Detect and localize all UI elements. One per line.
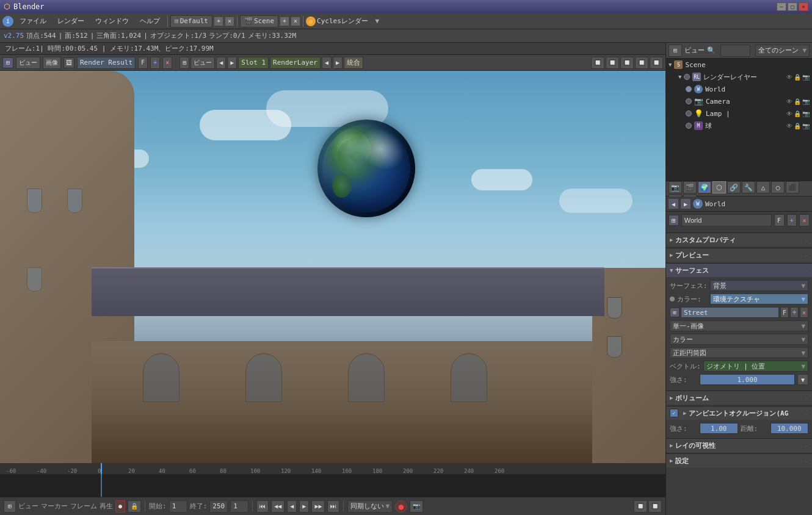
timeline-playhead[interactable] <box>101 463 102 474</box>
timeline-frame-area[interactable] <box>0 474 665 497</box>
render-tool-4[interactable]: 🔲 <box>635 57 648 69</box>
prop-mat-icon[interactable]: ○ <box>771 181 785 193</box>
scene-add-btn[interactable]: + <box>280 16 289 26</box>
surface-header[interactable]: サーフェス — <box>666 264 812 277</box>
prop-data-icon[interactable]: △ <box>756 181 770 193</box>
pb-start-field[interactable]: 1 <box>169 500 187 513</box>
pb-play-btn[interactable]: ▶ <box>299 500 309 513</box>
rl-arrow-right[interactable]: ▶ <box>333 57 343 69</box>
menu-file[interactable]: ファイル <box>15 15 51 27</box>
color-mode-dropdown[interactable]: カラー ▼ <box>670 334 808 345</box>
preview-header[interactable]: プレビュー — <box>666 248 812 262</box>
scene-remove-btn[interactable]: × <box>291 16 300 26</box>
render-tool-3[interactable]: 🔲 <box>620 57 634 69</box>
world-name-field[interactable] <box>681 214 772 226</box>
mesh-icon-1[interactable]: 👁 <box>786 123 792 129</box>
rl-arrow-left[interactable]: ◀ <box>322 57 332 69</box>
volume-header[interactable]: ボリューム — <box>666 391 812 405</box>
slot-icon[interactable]: ⊞ <box>179 57 189 69</box>
strength-arrow-btn[interactable]: ▼ <box>797 374 808 385</box>
outliner-item-mesh[interactable]: M 球 👁 🔒 📷 <box>666 120 812 132</box>
world-nav-arrows[interactable]: ◀ <box>669 199 678 209</box>
titlebar-buttons[interactable]: − □ × <box>777 2 808 11</box>
prop-world-icon[interactable]: 🌍 <box>698 181 711 193</box>
rl-icon-1[interactable]: 👁 <box>786 74 792 81</box>
pb-record-btn2[interactable]: ● <box>395 500 407 513</box>
menu-window[interactable]: ウィンドウ <box>90 15 134 27</box>
outliner-item-lamp[interactable]: 💡 Lamp | 👁 🔒 📷 <box>666 107 812 120</box>
slot-arrows2[interactable]: ▶ <box>227 57 237 69</box>
render-tool-1[interactable]: 🔲 <box>591 57 604 69</box>
lamp-icon-3[interactable]: 📷 <box>802 110 810 117</box>
world-add-btn[interactable]: + <box>787 214 797 226</box>
lamp-icon-2[interactable]: 🔒 <box>794 110 801 117</box>
settings-header[interactable]: 設定 — <box>666 454 812 467</box>
strength-slider[interactable]: 1.000 <box>700 374 795 385</box>
maximize-button[interactable]: □ <box>788 2 797 11</box>
mapping-dropdown[interactable]: 正距円筒図 ▼ <box>670 347 808 358</box>
pb-next-btn[interactable]: ▶▶ <box>311 500 325 513</box>
outliner-item-camera[interactable]: 📷 Camera 👁 🔒 📷 <box>666 95 812 107</box>
outliner-scene-selector[interactable]: 全てのシーン ▼ <box>755 45 810 57</box>
workspace-tab[interactable]: ⊞ Default <box>170 15 212 27</box>
cam-icon-3[interactable]: 📷 <box>802 98 810 105</box>
render-file-icon[interactable]: 🖼 <box>63 57 74 68</box>
world-name-icon[interactable]: ⊞ <box>669 215 679 226</box>
menu-help[interactable]: ヘルプ <box>135 15 165 27</box>
street-x-btn[interactable]: × <box>800 307 808 318</box>
outliner-item-renderlayer[interactable]: ▼ RL レンダーレイヤー 👁 🔒 📷 <box>666 71 812 83</box>
prop-render-icon[interactable]: 📷 <box>669 181 682 193</box>
ao-strength-slider[interactable]: 1.00 <box>700 423 738 434</box>
pb-current-field[interactable]: 1 <box>230 500 248 513</box>
world-f-btn[interactable]: F <box>774 214 785 226</box>
pb-sync-field[interactable]: 同期しない ▼ <box>347 500 393 513</box>
outliner-search-box[interactable] <box>720 45 750 57</box>
cam-icon-1[interactable]: 👁 <box>786 98 792 105</box>
pb-camera-btn[interactable]: 📷 <box>410 500 423 513</box>
env-tex-btn[interactable]: 環境テクスチャ ▼ <box>710 294 808 304</box>
pb-jump-start-btn[interactable]: ⏮ <box>256 500 269 513</box>
ao-checkbox[interactable]: ✓ <box>670 409 678 417</box>
surface-value-field[interactable]: 背景 ▼ <box>710 280 808 291</box>
ao-distance-slider[interactable]: 10.000 <box>770 423 809 434</box>
render-x-btn[interactable]: × <box>162 57 172 69</box>
pb-end-tool-1[interactable]: 🔲 <box>634 500 647 513</box>
street-layout-icon[interactable]: ⊞ <box>670 308 680 317</box>
menu-render[interactable]: レンダー <box>53 15 89 27</box>
pb-jump-end-btn[interactable]: ⏭ <box>327 500 339 513</box>
rl-icon-2[interactable]: 🔒 <box>794 74 801 81</box>
world-nav-arrows2[interactable]: ▶ <box>681 199 691 209</box>
rl-icon-3[interactable]: 📷 <box>802 74 810 81</box>
street-f-btn[interactable]: F <box>780 307 789 318</box>
minimize-button[interactable]: − <box>777 2 786 11</box>
render-add-btn[interactable]: + <box>150 57 160 69</box>
cam-icon-2[interactable]: 🔒 <box>794 98 801 105</box>
render-view-btn[interactable]: ビュー <box>16 57 40 69</box>
workspace-remove-btn[interactable]: × <box>225 16 234 26</box>
render-tool-2[interactable]: 🔲 <box>606 57 619 69</box>
prop-tex-icon[interactable]: ⬛ <box>786 181 799 193</box>
world-x-btn[interactable]: × <box>799 214 810 226</box>
outliner-item-scene[interactable]: ▼ S Scene <box>666 59 812 71</box>
outliner-layout-btn[interactable]: ⊞ <box>669 45 682 57</box>
render-tool-5[interactable]: 🔲 <box>650 57 663 69</box>
pb-record-btn[interactable]: ● <box>115 500 125 513</box>
mesh-icon-3[interactable]: 📷 <box>802 123 810 129</box>
workspace-add-btn[interactable]: + <box>214 16 223 26</box>
pb-lock-btn[interactable]: 🔒 <box>128 500 141 513</box>
prop-modifier-icon[interactable]: 🔧 <box>742 181 755 193</box>
prop-obj-icon[interactable]: ⬡ <box>712 181 726 193</box>
pb-prev-btn[interactable]: ◀ <box>287 500 297 513</box>
prop-scene-icon[interactable]: 🎬 <box>683 181 697 193</box>
pb-layout-icon[interactable]: ⊞ <box>4 500 16 513</box>
outliner-item-world[interactable]: W World <box>666 83 812 95</box>
mesh-icon-2[interactable]: 🔒 <box>794 123 801 129</box>
render-image-btn[interactable]: 画像 <box>43 57 61 69</box>
ao-header[interactable]: ✓ アンビエントオクルージョン(AG — <box>666 406 812 420</box>
street-add-btn[interactable]: + <box>790 307 799 318</box>
street-name-field[interactable]: Street <box>681 307 779 318</box>
prop-constraint-icon[interactable]: 🔗 <box>727 181 741 193</box>
pb-prev-frame-btn[interactable]: ◀◀ <box>271 500 285 513</box>
custom-props-header[interactable]: カスタムプロパティ — <box>666 233 812 247</box>
scene-tab[interactable]: 🎬 Scene <box>240 15 278 27</box>
